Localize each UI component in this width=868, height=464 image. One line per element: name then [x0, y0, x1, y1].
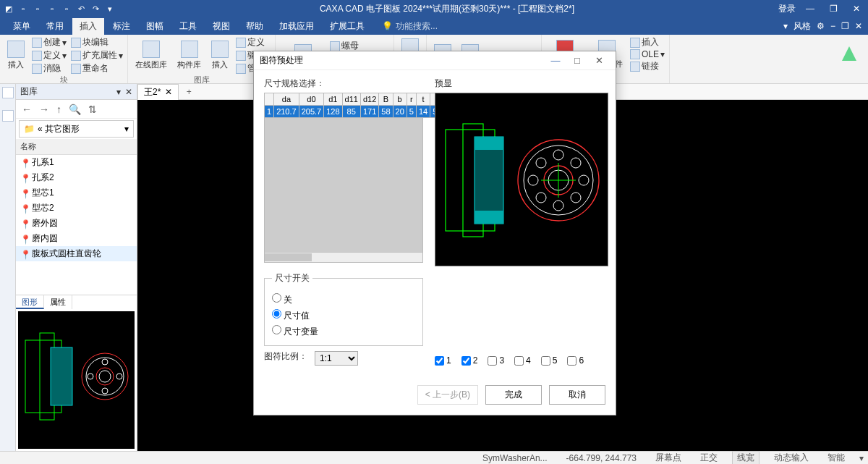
breadcrumb[interactable]: 📁 « 其它图形 ▾ — [19, 120, 134, 138]
check-5[interactable]: 5 — [541, 355, 558, 366]
nav-search-icon[interactable]: 🔍 — [69, 104, 81, 115]
dock-label[interactable]: 图库 — [2, 101, 13, 107]
cancel-button[interactable]: 取消 — [549, 385, 605, 405]
check-6[interactable]: 6 — [567, 355, 584, 366]
svg-rect-16 — [475, 211, 503, 224]
rename-button[interactable]: 重命名 — [71, 62, 123, 75]
tab-help[interactable]: 帮助 — [239, 18, 271, 35]
tab-graphic[interactable]: 图形 — [16, 295, 44, 309]
dimension-checks: 1 2 3 4 5 6 — [435, 355, 605, 366]
preview-label: 预显 — [435, 77, 608, 90]
obj-insert-button[interactable]: 插入 — [630, 36, 665, 48]
hide-button[interactable]: 消隐 — [32, 62, 67, 75]
crumb-dropdown-icon[interactable]: ▾ — [124, 124, 129, 134]
panel-menu-icon[interactable]: ▾ — [116, 87, 121, 97]
close-button[interactable]: ✕ — [848, 4, 865, 14]
document-tab[interactable]: 王2*✕ — [137, 84, 179, 100]
table-h-scrollbar[interactable] — [265, 252, 422, 262]
qat-print-icon[interactable]: ▫ — [61, 3, 72, 14]
radio-value[interactable]: 尺寸值 — [272, 308, 415, 324]
extattr-button[interactable]: 扩充属性▾ — [71, 49, 123, 62]
dialog-title: 图符预处理 — [260, 54, 303, 67]
check-3[interactable]: 3 — [488, 355, 504, 366]
panel-close-icon[interactable]: ✕ — [125, 87, 132, 97]
create-button[interactable]: 创建▾ — [32, 36, 67, 48]
qat-open-icon[interactable]: ▫ — [32, 3, 43, 14]
login-link[interactable]: 登录 — [778, 3, 796, 15]
dialog-close-button[interactable]: ✕ — [588, 55, 610, 66]
ribbon-collapse-icon[interactable]: ❐ — [841, 21, 849, 31]
list-item[interactable]: 📍腹板式圆柱直齿轮 — [16, 246, 137, 261]
dock-icon[interactable] — [2, 87, 14, 98]
check-4[interactable]: 4 — [514, 355, 531, 366]
new-tab-button[interactable]: + — [182, 87, 196, 97]
size-select-label: 尺寸规格选择： — [264, 77, 423, 90]
tab-insert[interactable]: 插入 — [72, 18, 104, 35]
tab-common[interactable]: 常用 — [39, 18, 71, 35]
tab-addins[interactable]: 加载应用 — [272, 18, 321, 35]
ratio-select[interactable]: 1:1 — [315, 351, 358, 366]
list-item[interactable]: 📍型芯2 — [16, 201, 137, 216]
tab-menu[interactable]: 菜单 — [6, 18, 38, 35]
dialog-titlebar: 图符预处理 — □ ✕ — [254, 51, 616, 70]
dock-icon2[interactable] — [2, 110, 14, 122]
tab-view[interactable]: 视图 — [205, 18, 237, 35]
dialog-minimize-button[interactable]: — — [545, 55, 566, 66]
brand-logo — [839, 43, 859, 64]
restore-button[interactable]: ❐ — [825, 4, 842, 14]
online-lib-button[interactable]: 在线图库 — [132, 39, 170, 72]
status-dyninput[interactable]: 动态输入 — [770, 452, 813, 464]
nav-fwd-icon[interactable]: → — [39, 104, 49, 115]
svg-point-27 — [536, 193, 546, 203]
insert-block-button[interactable]: 插入 — [4, 39, 27, 72]
tab-annotate[interactable]: 标注 — [106, 18, 137, 35]
list-item[interactable]: 📍型芯1 — [16, 185, 137, 201]
component-lib-button[interactable]: 构件库 — [174, 39, 204, 72]
list-item[interactable]: 📍孔系1 — [16, 155, 137, 170]
tab-close-icon[interactable]: ✕ — [165, 87, 172, 97]
qat-new-icon[interactable]: ▫ — [17, 3, 29, 14]
qat-more-icon[interactable]: ▾ — [104, 3, 116, 14]
ribbon-close-icon[interactable]: ✕ — [855, 21, 862, 31]
lib-insert-button[interactable]: 插入 — [208, 39, 231, 72]
tab-sheet[interactable]: 图幅 — [139, 18, 171, 35]
obj-ole-button[interactable]: OLE▾ — [630, 49, 665, 59]
table-row[interactable]: 1210.7205.712885171582051450 — [265, 106, 444, 118]
tab-attr[interactable]: 属性 — [44, 295, 72, 309]
dialog-maximize-button[interactable]: □ — [566, 55, 588, 66]
check-2[interactable]: 2 — [461, 355, 478, 366]
style-label[interactable]: 风格 — [793, 20, 811, 33]
status-lineweight[interactable]: 线宽 — [732, 451, 760, 464]
size-table[interactable]: dad0d1d11d12Bbrtd 1210.7205.712885171582… — [264, 93, 444, 118]
list-item[interactable]: 📍孔系2 — [16, 170, 137, 185]
check-1[interactable]: 1 — [435, 355, 451, 366]
lib-define-button[interactable]: 定义 — [236, 36, 271, 48]
status-smart[interactable]: 智能 — [823, 452, 849, 464]
table-empty-area — [264, 118, 423, 263]
feature-search[interactable]: 💡 功能搜索... — [382, 20, 438, 33]
status-dropdown-icon[interactable]: ▾ — [859, 453, 864, 463]
search-placeholder: 功能搜索... — [396, 20, 438, 33]
status-screen[interactable]: 屏幕点 — [651, 452, 686, 464]
minimize-button[interactable]: — — [801, 4, 819, 14]
obj-link-button[interactable]: 链接 — [630, 60, 665, 72]
define-button[interactable]: 定义▾ — [32, 49, 67, 62]
settings-icon[interactable]: ⚙ — [817, 21, 825, 31]
list-item[interactable]: 📍磨外圆 — [16, 216, 137, 231]
qat-redo-icon[interactable]: ↷ — [90, 3, 101, 14]
nav-settings-icon[interactable]: ⇅ — [88, 104, 97, 115]
status-ortho[interactable]: 正交 — [696, 452, 722, 464]
radio-off[interactable]: 关 — [272, 292, 415, 308]
qat-save-icon[interactable]: ▫ — [46, 3, 58, 14]
qat-undo-icon[interactable]: ↶ — [75, 3, 87, 14]
list-item[interactable]: 📍磨内圆 — [16, 231, 137, 246]
nav-up-icon[interactable]: ↑ — [56, 104, 61, 115]
blockedit-button[interactable]: 块编辑 — [71, 36, 123, 48]
nav-back-icon[interactable]: ← — [22, 104, 32, 115]
tab-tools[interactable]: 工具 — [172, 18, 204, 35]
help-icon[interactable]: − — [830, 21, 835, 31]
finish-button[interactable]: 完成 — [485, 385, 542, 405]
radio-var[interactable]: 尺寸变量 — [272, 324, 415, 339]
tab-extend[interactable]: 扩展工具 — [323, 18, 372, 35]
prev-button[interactable]: < 上一步(B) — [417, 385, 478, 405]
